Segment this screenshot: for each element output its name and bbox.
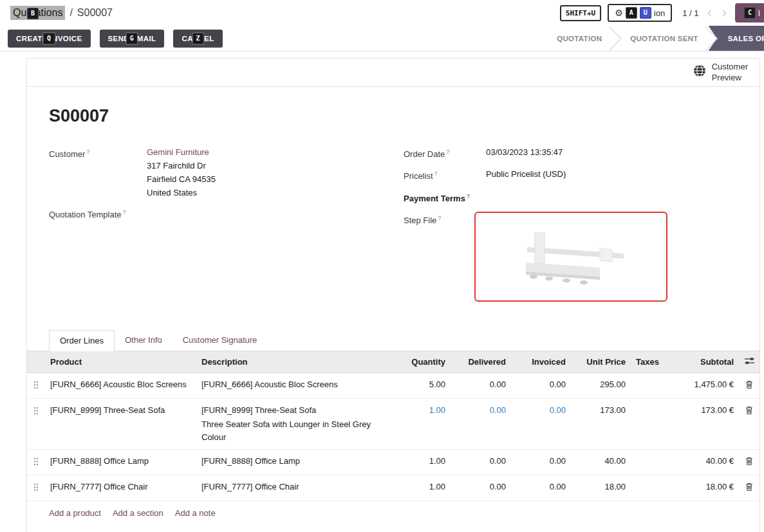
add-product-link[interactable]: Add a product <box>49 508 101 518</box>
customer-field: Customer? Gemini Furniture 317 Fairchild… <box>49 145 380 199</box>
product-cell[interactable]: [FURN_6666] Acoustic Bloc Screens <box>45 372 196 398</box>
description-cell[interactable]: [FURN_7777] Office Chair <box>196 475 393 500</box>
customer-preview-label: Customer Preview <box>712 62 748 83</box>
unit-price-column-header[interactable]: Unit Price <box>571 351 631 373</box>
keyboard-hint-b: B <box>27 8 39 19</box>
send-email-button[interactable]: SEND EMAIL G <box>100 30 165 48</box>
quantity-cell[interactable]: 1.00 <box>393 449 451 475</box>
partial-create-button-label: l <box>758 8 760 18</box>
product-cell[interactable]: [FURN_7777] Office Chair <box>45 475 196 500</box>
drag-handle-icon[interactable] <box>33 484 39 493</box>
taxes-column-header[interactable]: Taxes <box>631 351 662 373</box>
action-menu-button[interactable]: ⚙ A U ion <box>608 4 672 22</box>
taxes-cell[interactable] <box>631 475 662 500</box>
order-line-row[interactable]: [FURN_6666] Acoustic Bloc Screens [FURN_… <box>27 372 759 398</box>
breadcrumb-quotations-link[interactable]: Quotations B <box>10 6 65 20</box>
unit-price-cell[interactable]: 295.00 <box>571 372 631 398</box>
description-cell[interactable]: [FURN_8888] Office Lamp <box>196 449 393 475</box>
customer-link[interactable]: Gemini Furniture <box>147 145 209 159</box>
keyboard-hint-g: G <box>126 33 138 44</box>
help-icon: ? <box>434 170 438 177</box>
tab-other-info[interactable]: Other Info <box>115 330 172 351</box>
add-note-link[interactable]: Add a note <box>175 508 216 518</box>
order-line-row[interactable]: [FURN_8999] Three-Seat Sofa [FURN_8999] … <box>27 398 759 449</box>
customer-address-line1: 317 Fairchild Dr <box>147 159 216 172</box>
shortcut-badge-shift-u: SHIFT+U <box>560 5 601 21</box>
order-line-row[interactable]: [FURN_7777] Office Chair [FURN_7777] Off… <box>27 475 759 500</box>
quotation-form-page: { "topbar": { "breadcrumb": { "section":… <box>0 0 764 532</box>
table-header-row: Product Description Quantity Delivered I… <box>27 351 759 373</box>
create-invoice-button[interactable]: CREATE INVOICE Q <box>8 30 91 48</box>
payment-terms-input[interactable] <box>486 190 602 203</box>
action-buttons-group: CREATE INVOICE Q SEND EMAIL G CANCEL Z <box>8 30 223 48</box>
keyboard-hint-q: Q <box>43 33 55 44</box>
unit-price-cell[interactable]: 18.00 <box>571 475 631 500</box>
order-date-field: Order Date? 03/03/2023 13:35:47 <box>404 145 738 161</box>
breadcrumb-separator: / <box>70 7 72 19</box>
quantity-cell[interactable]: 5.00 <box>393 372 451 398</box>
step-file-preview[interactable] <box>474 212 667 302</box>
keyboard-hint-u: U <box>640 7 651 19</box>
quotation-template-field: Quotation Template? <box>49 206 380 221</box>
handle-column-header <box>27 351 45 373</box>
order-date-label: Order Date? <box>404 145 486 161</box>
optional-columns-header[interactable] <box>739 351 759 373</box>
cancel-button[interactable]: CANCEL Z <box>173 30 222 48</box>
taxes-cell[interactable] <box>631 372 662 398</box>
order-lines-table: Product Description Quantity Delivered I… <box>27 351 759 501</box>
help-icon: ? <box>438 215 441 221</box>
drag-handle-icon[interactable] <box>33 407 39 417</box>
delivered-cell: 0.00 <box>451 372 511 398</box>
action-bar: CREATE INVOICE Q SEND EMAIL G CANCEL Z Q… <box>0 26 764 51</box>
product-cell[interactable]: [FURN_8999] Three-Seat Sofa <box>45 398 196 449</box>
subtotal-column-header[interactable]: Subtotal <box>662 351 739 373</box>
product-column-header[interactable]: Product <box>45 351 196 373</box>
quantity-cell[interactable]: 1.00 <box>393 398 451 449</box>
unit-price-cell[interactable]: 173.00 <box>571 398 631 449</box>
unit-price-cell[interactable]: 40.00 <box>571 449 631 475</box>
description-cell[interactable]: [FURN_6666] Acoustic Bloc Screens <box>196 372 393 398</box>
quantity-column-header[interactable]: Quantity <box>393 351 451 373</box>
invoiced-cell: 0.00 <box>511 449 571 475</box>
status-step-quotation[interactable]: QUOTATION <box>539 26 612 51</box>
quantity-cell[interactable]: 1.00 <box>393 475 451 500</box>
product-cell[interactable]: [FURN_8888] Office Lamp <box>45 449 196 475</box>
quotation-template-input[interactable] <box>147 206 263 219</box>
invoiced-cell: 0.00 <box>511 475 571 500</box>
optional-columns-icon[interactable] <box>745 357 754 367</box>
field-column-left: Customer? Gemini Furniture 317 Fairchild… <box>49 145 380 228</box>
help-icon: ? <box>446 149 449 155</box>
pricelist-field: Pricelist? Public Pricelist (USD) <box>404 167 738 183</box>
top-navigation-bar: Quotations B / S00007 SHIFT+U ⚙ A U ion … <box>0 0 764 26</box>
description-cell[interactable]: [FURN_8999] Three-Seat SofaThree Seater … <box>196 398 393 449</box>
field-column-right: Order Date? 03/03/2023 13:35:47 Pricelis… <box>404 145 738 308</box>
delete-line-icon[interactable] <box>745 457 753 467</box>
order-line-row[interactable]: [FURN_8888] Office Lamp [FURN_8888] Offi… <box>27 449 759 475</box>
status-step-quotation-sent[interactable]: QUOTATION SENT <box>612 26 708 51</box>
customer-address-line2: Fairfield CA 94535 <box>147 172 216 186</box>
drag-handle-icon[interactable] <box>33 381 39 391</box>
pager-previous-icon[interactable]: ‹ <box>705 6 713 20</box>
pager-next-icon[interactable]: › <box>720 6 729 20</box>
add-section-link[interactable]: Add a section <box>113 508 163 518</box>
tab-order-lines[interactable]: Order Lines <box>49 330 115 351</box>
drag-handle-icon[interactable] <box>33 458 39 468</box>
invoiced-column-header[interactable]: Invoiced <box>511 351 571 373</box>
customer-preview-button[interactable]: Customer Preview <box>693 62 748 83</box>
order-date-value[interactable]: 03/03/2023 13:35:47 <box>486 145 563 159</box>
pricelist-value[interactable]: Public Pricelist (USD) <box>486 167 566 181</box>
subtotal-cell: 18.00 € <box>662 475 739 500</box>
partial-create-button[interactable]: C l <box>735 3 764 23</box>
delete-line-icon[interactable] <box>745 407 753 416</box>
taxes-cell[interactable] <box>631 398 662 449</box>
delivered-column-header[interactable]: Delivered <box>451 351 511 373</box>
globe-icon <box>693 64 706 80</box>
description-column-header[interactable]: Description <box>196 351 393 373</box>
delete-line-icon[interactable] <box>745 381 753 390</box>
taxes-cell[interactable] <box>631 449 662 475</box>
tab-customer-signature[interactable]: Customer Signature <box>172 330 268 351</box>
sheet-top-strip: Customer Preview <box>27 59 759 87</box>
delete-line-icon[interactable] <box>745 483 753 493</box>
subtotal-cell: 40.00 € <box>662 449 739 475</box>
topbar-right-controls: SHIFT+U ⚙ A U ion 1 / 1 ‹ › C l <box>560 3 758 23</box>
